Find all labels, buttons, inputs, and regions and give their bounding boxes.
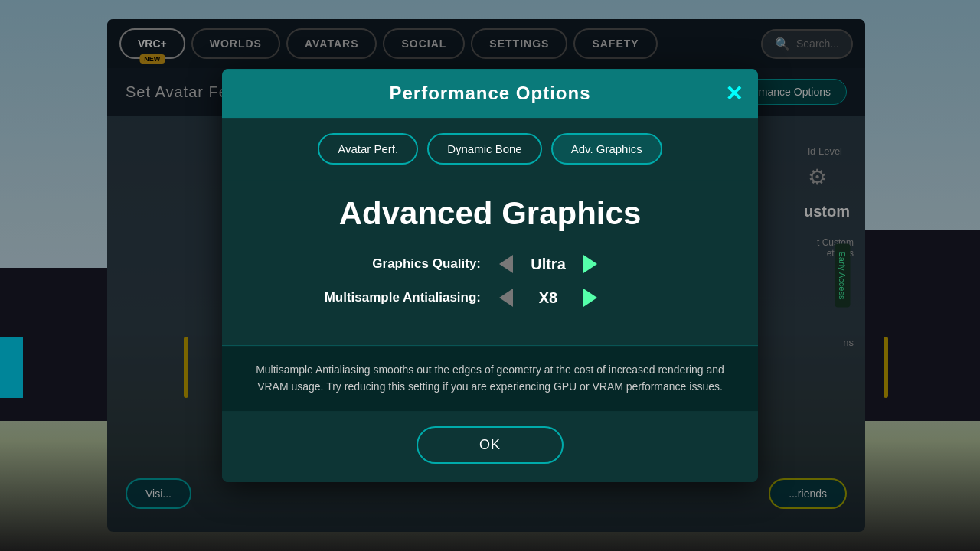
antialiasing-increase-button[interactable] [583, 289, 597, 307]
graphics-quality-row: Graphics Quality: Ultra [253, 255, 727, 273]
antialiasing-right-arrow-icon [583, 289, 597, 307]
graphics-quality-right-arrow-icon [583, 255, 597, 273]
info-text: Multisample Antialiasing smooths out the… [256, 364, 724, 393]
ok-button[interactable]: OK [416, 426, 564, 464]
modal-tabs: Avatar Perf. Dynamic Bone Adv. Graphics [222, 118, 758, 180]
tab-avatar-perf[interactable]: Avatar Perf. [318, 133, 418, 165]
info-box: Multisample Antialiasing smooths out the… [222, 345, 758, 411]
modal-title: Performance Options [389, 83, 590, 104]
antialiasing-label: Multisample Antialiasing: [253, 290, 499, 305]
modal-header: Performance Options ✕ [222, 69, 758, 118]
antialiasing-left-arrow-icon [499, 289, 513, 307]
performance-options-modal: Performance Options ✕ Avatar Perf. Dynam… [222, 69, 758, 482]
tab-dynamic-bone[interactable]: Dynamic Bone [427, 133, 542, 165]
graphics-quality-increase-button[interactable] [583, 255, 597, 273]
modal-close-button[interactable]: ✕ [725, 81, 743, 106]
antialiasing-control: X8 [499, 289, 727, 307]
antialiasing-value: X8 [525, 289, 571, 307]
graphics-quality-control: Ultra [499, 255, 727, 273]
tab-adv-graphics[interactable]: Adv. Graphics [551, 133, 662, 165]
modal-section-title: Advanced Graphics [253, 195, 727, 232]
tab-dynamic-bone-label: Dynamic Bone [447, 142, 522, 155]
tab-avatar-perf-label: Avatar Perf. [338, 142, 398, 155]
modal-footer: OK [222, 411, 758, 482]
antialiasing-decrease-button[interactable] [499, 289, 513, 307]
graphics-quality-left-arrow-icon [499, 255, 513, 273]
modal-content: Advanced Graphics Graphics Quality: Ultr… [222, 180, 758, 345]
antialiasing-row: Multisample Antialiasing: X8 [253, 289, 727, 307]
graphics-quality-value: Ultra [525, 256, 571, 273]
graphics-quality-decrease-button[interactable] [499, 255, 513, 273]
tab-adv-graphics-label: Adv. Graphics [571, 142, 642, 155]
graphics-quality-label: Graphics Quality: [253, 256, 499, 272]
